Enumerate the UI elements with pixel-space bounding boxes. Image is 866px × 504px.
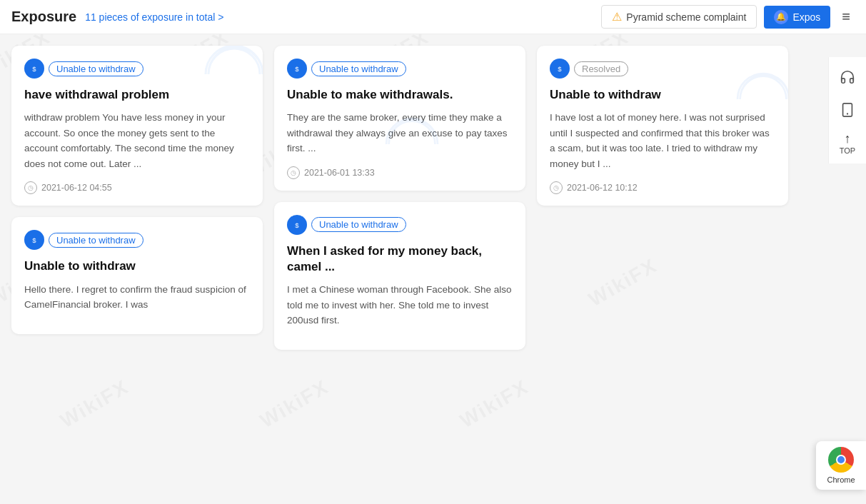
exposure-btn-label: Expos bbox=[792, 11, 820, 23]
clock-icon-1: ◷ bbox=[24, 181, 37, 194]
card-unable-withdraw[interactable]: $ Unable to withdraw Unable to withdraw … bbox=[11, 217, 263, 333]
card-title-4: Unable to withdraw bbox=[24, 258, 250, 274]
card-resolved[interactable]: $ Resolved Unable to withdraw I have los… bbox=[537, 46, 788, 206]
date-text-2: 2021-06-01 13:33 bbox=[304, 168, 375, 178]
card-make-withdrawals[interactable]: $ Unable to withdraw Unable to make with… bbox=[274, 46, 525, 191]
svg-text:$: $ bbox=[295, 221, 299, 229]
card-body-2: They are the same broker, every time the… bbox=[287, 110, 513, 156]
hamburger-menu-button[interactable]: ≡ bbox=[837, 4, 855, 29]
card-badge-1: $ Unable to withdraw bbox=[24, 59, 144, 79]
svg-text:$: $ bbox=[558, 65, 562, 73]
top-arrow-icon: ↑ bbox=[844, 131, 850, 146]
warning-icon: ⚠ bbox=[612, 10, 622, 24]
mobile-button[interactable] bbox=[833, 96, 862, 124]
card-body-5: I met a Chinese woman through Facebook. … bbox=[287, 282, 513, 328]
card-badge-5: $ Unable to withdraw bbox=[287, 215, 406, 235]
badge-icon-3: $ bbox=[550, 59, 570, 79]
headset-button[interactable] bbox=[833, 63, 862, 91]
date-text-1: 2021-06-12 04:55 bbox=[41, 183, 112, 193]
card-badge-3: $ Resolved bbox=[550, 59, 628, 79]
svg-text:$: $ bbox=[295, 65, 299, 73]
clock-icon-3: ◷ bbox=[550, 181, 563, 194]
mobile-icon bbox=[840, 102, 855, 118]
count-arrow: > bbox=[218, 11, 223, 23]
card-title-3: Unable to withdraw bbox=[550, 87, 775, 103]
card-body-1: withdraw problem You have less money in … bbox=[24, 110, 250, 171]
exposure-button[interactable]: 🔔 Expos bbox=[764, 6, 830, 29]
headset-icon bbox=[840, 69, 855, 85]
svg-text:$: $ bbox=[32, 236, 36, 244]
date-text-3: 2021-06-12 10:12 bbox=[567, 183, 638, 193]
card-title-5: When I asked for my money back, camel ..… bbox=[287, 243, 513, 275]
card-body-3: I have lost a lot of money here. I was n… bbox=[550, 110, 775, 171]
card-camel[interactable]: $ Unable to withdraw When I asked for my… bbox=[274, 202, 525, 350]
exposure-count[interactable]: 11 pieces of exposure in total > bbox=[85, 11, 223, 23]
svg-text:$: $ bbox=[32, 65, 36, 73]
badge-label-resolved: Resolved bbox=[574, 61, 628, 76]
top-button[interactable]: ↑ TOP bbox=[834, 128, 861, 158]
badge-icon-5: $ bbox=[287, 215, 307, 235]
card-withdrawal-problem[interactable]: $ Unable to withdraw have withdrawal pro… bbox=[11, 46, 263, 206]
badge-label-5: Unable to withdraw bbox=[311, 217, 406, 232]
badge-label-4: Unable to withdraw bbox=[49, 233, 144, 248]
header: Exposure 11 pieces of exposure in total … bbox=[0, 0, 866, 34]
card-date-1: ◷ 2021-06-12 04:55 bbox=[24, 181, 250, 194]
exposure-icon: 🔔 bbox=[774, 10, 788, 24]
column-0: $ Unable to withdraw have withdrawal pro… bbox=[11, 46, 263, 350]
page-title: Exposure bbox=[11, 9, 76, 25]
main-content: $ Unable to withdraw have withdrawal pro… bbox=[0, 34, 828, 361]
pyramid-label: Pyramid scheme complaint bbox=[626, 11, 746, 23]
card-badge-4: $ Unable to withdraw bbox=[24, 230, 144, 250]
badge-label-2: Unable to withdraw bbox=[311, 61, 406, 76]
clock-icon-2: ◷ bbox=[287, 166, 300, 179]
card-title-2: Unable to make withdrawals. bbox=[287, 87, 513, 103]
badge-icon-4: $ bbox=[24, 230, 44, 250]
column-1: $ Unable to withdraw Unable to make with… bbox=[274, 46, 525, 350]
badge-icon-1: $ bbox=[24, 59, 44, 79]
badge-label-1: Unable to withdraw bbox=[49, 61, 144, 76]
sidebar-right: ↑ TOP bbox=[828, 57, 866, 163]
column-2: $ Resolved Unable to withdraw I have los… bbox=[537, 46, 788, 350]
top-label: TOP bbox=[840, 146, 855, 155]
card-body-4: Hello there. I regret to confirm the fra… bbox=[24, 282, 250, 313]
pyramid-complaint-button[interactable]: ⚠ Pyramid scheme complaint bbox=[601, 5, 757, 29]
card-date-3: ◷ 2021-06-12 10:12 bbox=[550, 181, 775, 194]
count-text: 11 pieces of exposure in total bbox=[85, 11, 215, 23]
hamburger-icon: ≡ bbox=[842, 9, 850, 24]
card-badge-2: $ Unable to withdraw bbox=[287, 59, 406, 79]
badge-icon-2: $ bbox=[287, 59, 307, 79]
card-title-1: have withdrawal problem bbox=[24, 87, 250, 103]
card-date-2: ◷ 2021-06-01 13:33 bbox=[287, 166, 513, 179]
